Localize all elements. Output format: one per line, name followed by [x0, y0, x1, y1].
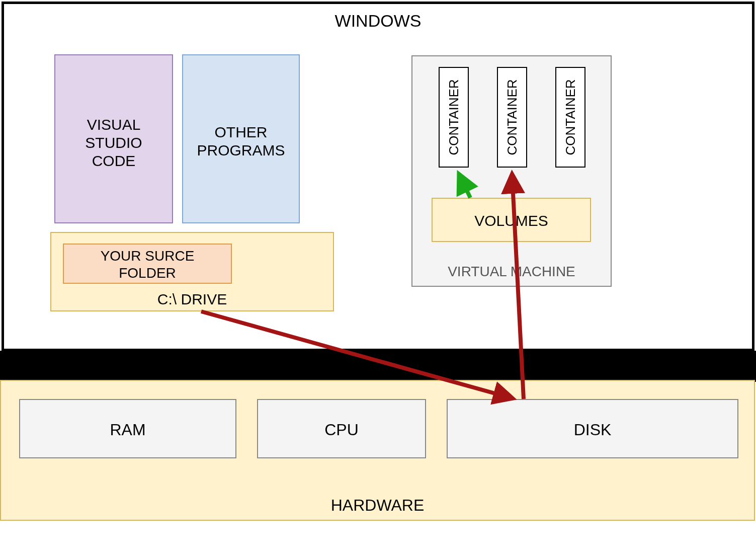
container-label-1: CONTAINER: [446, 79, 462, 155]
volumes-box: VOLUMES: [432, 198, 591, 242]
source-folder-box: YOUR SURCEFOLDER: [63, 244, 232, 284]
windows-title: WINDOWS: [4, 11, 752, 31]
vscode-box: VISUALSTUDIOCODE: [54, 54, 173, 223]
source-folder-label: YOUR SURCEFOLDER: [64, 248, 231, 281]
ram-box: RAM: [19, 399, 236, 458]
container-box-1: CONTAINER: [439, 67, 469, 168]
other-programs-box: OTHERPROGRAMS: [182, 54, 300, 223]
container-box-2: CONTAINER: [497, 67, 527, 168]
hardware-label: HARDWARE: [1, 496, 754, 515]
volumes-label: VOLUMES: [433, 212, 590, 230]
disk-label: DISK: [448, 420, 737, 439]
virtual-machine-label: VIRTUAL MACHINE: [412, 264, 611, 280]
container-label-3: CONTAINER: [563, 79, 578, 155]
disk-box: DISK: [447, 399, 738, 458]
cpu-box: CPU: [257, 399, 426, 458]
cpu-label: CPU: [258, 420, 425, 439]
vscode-label: VISUALSTUDIOCODE: [55, 116, 172, 170]
separator-bar: [0, 351, 756, 382]
other-programs-label: OTHERPROGRAMS: [183, 123, 299, 159]
c-drive-label: C:\ DRIVE: [51, 291, 333, 308]
container-label-2: CONTAINER: [505, 79, 520, 155]
ram-label: RAM: [20, 420, 235, 439]
container-box-3: CONTAINER: [555, 67, 585, 168]
